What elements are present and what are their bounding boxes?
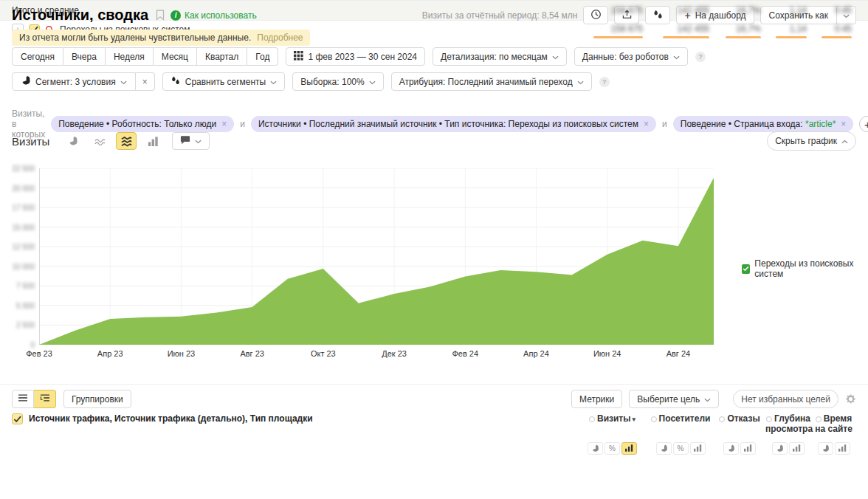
x-tick-label: Июн 24	[593, 349, 621, 358]
period-tab-month[interactable]: Месяц	[154, 47, 197, 66]
sampling-dropdown[interactable]: Выборка: 100%	[292, 72, 383, 91]
row-visits-value: 158 675	[611, 24, 643, 34]
annotations-button[interactable]	[172, 132, 210, 150]
hide-chart-button[interactable]: Скрыть график	[767, 131, 856, 151]
data-mode-hint-icon[interactable]	[695, 52, 706, 62]
y-tick-label: 0	[30, 341, 35, 349]
tree-view-button[interactable]	[34, 390, 56, 408]
period-tab-quarter[interactable]: Квартал	[197, 47, 247, 66]
filter-chip-source-type[interactable]: Источники • Последний значимый источник …	[251, 116, 656, 132]
area-chart-type-button[interactable]	[116, 132, 137, 150]
period-tab-yesterday[interactable]: Вчера	[63, 47, 106, 66]
row-depth-value: 1,14	[790, 24, 807, 34]
metric-radio[interactable]	[651, 416, 657, 422]
period-tab-today[interactable]: Сегодня	[12, 47, 63, 66]
history-button[interactable]	[583, 6, 608, 24]
bounce-pie-view-button[interactable]	[723, 442, 739, 455]
attribution-label: Атрибуция: Последний значимый переход	[399, 77, 573, 87]
legend-checkbox[interactable]	[742, 264, 750, 274]
select-all-checkbox[interactable]	[12, 413, 23, 424]
add-visit-condition-button[interactable]	[859, 116, 868, 132]
depth-bars-view-button[interactable]	[789, 442, 805, 455]
visits-period-summary: Визиты за отчётный период: 8,54 млн	[422, 10, 578, 21]
time-bars-view-button[interactable]	[835, 442, 850, 455]
attribution-dropdown[interactable]: Атрибуция: Последний значимый переход	[391, 72, 592, 91]
visitors-pie-view-button[interactable]	[656, 442, 672, 455]
remove-filter-icon[interactable]	[841, 120, 846, 128]
compare-segments-dropdown[interactable]: Сравнить сегменты	[162, 72, 286, 91]
info-icon	[170, 10, 181, 21]
column-header-time-on-site[interactable]: Время на сайте	[811, 413, 856, 435]
time-pie-view-button[interactable]	[818, 442, 833, 455]
date-range-button[interactable]: 1 фев 2023 — 30 сен 2024	[286, 47, 425, 66]
filter-chip-entry-value: *article*	[805, 119, 836, 129]
filter-chip-entry-page[interactable]: Поведение • Страница входа: *article*	[673, 116, 854, 132]
row-time-value: 0:45	[835, 24, 852, 34]
y-tick-label: 17 500	[12, 204, 35, 212]
chart-metric-label: Визиты	[12, 135, 49, 148]
period-tab-week[interactable]: Неделя	[106, 47, 154, 66]
chevron-down-icon	[552, 52, 559, 62]
visitors-percent-view-button[interactable]	[673, 442, 689, 455]
bounce-bars-view-button[interactable]	[740, 442, 756, 455]
chart-y-axis: 02 5005 0007 50010 00012 50015 00017 500…	[12, 164, 36, 350]
remove-filter-icon[interactable]	[644, 120, 649, 128]
segment-clear-button[interactable]: ×	[136, 72, 155, 91]
flat-list-view-button[interactable]	[12, 390, 34, 408]
metrics-label: Метрики	[579, 394, 614, 405]
column-header-bounce[interactable]: Отказы	[714, 413, 765, 435]
pie-chart-type-button[interactable]	[63, 132, 83, 150]
column-label: Визиты	[597, 413, 636, 424]
chevron-down-icon	[195, 136, 202, 146]
chart-plot-area[interactable]	[39, 168, 714, 345]
banner-more-link[interactable]: Подробнее	[257, 32, 303, 43]
period-toolbar: Сегодня Вчера Неделя Месяц Квартал Год 1…	[12, 47, 856, 66]
how-to-use-label: Как использовать	[185, 10, 257, 21]
grouping-title: Источник трафика, Источник трафика (дета…	[29, 413, 313, 424]
column-label: Посетители	[659, 413, 711, 424]
hide-chart-label: Скрыть график	[775, 136, 837, 146]
metric-radio[interactable]	[719, 416, 725, 422]
x-tick-label: Авг 23	[240, 349, 264, 358]
column-header-visits[interactable]: Визиты	[577, 413, 647, 435]
y-tick-label: 20 000	[12, 185, 35, 193]
visits-area-series[interactable]	[39, 168, 714, 345]
segments-quick-button[interactable]	[645, 6, 670, 24]
depth-pie-view-button[interactable]	[772, 442, 788, 455]
choose-goal-dropdown[interactable]: Выберите цель	[629, 390, 719, 408]
table-header: Источник трафика, Источник трафика (дета…	[12, 413, 856, 455]
filter-conjunction: и	[240, 119, 245, 129]
filter-chip-robots[interactable]: Поведение • Роботность: Только люди	[51, 116, 234, 132]
detalization-dropdown[interactable]: Детализация: по месяцам	[433, 47, 567, 66]
chevron-down-icon	[673, 52, 680, 62]
visits-bars-view-button[interactable]	[621, 442, 637, 455]
line-chart-type-button[interactable]	[89, 132, 110, 150]
visits-pie-view-button[interactable]	[588, 442, 603, 455]
x-tick-label: Апр 24	[523, 349, 549, 358]
data-mode-dropdown[interactable]: Данные: без роботов	[574, 47, 688, 66]
section-divider	[0, 384, 868, 385]
metric-radio[interactable]	[589, 416, 595, 422]
calendar-grid-icon	[294, 51, 303, 63]
remove-filter-icon[interactable]	[221, 120, 227, 128]
metric-radio[interactable]	[816, 416, 822, 422]
legend-item-search-traffic[interactable]: Переходы из поисковых систем	[742, 258, 868, 279]
report-header: Источники, сводка Как использовать Визит…	[12, 6, 856, 24]
metrica-sources-summary-report: Источники, сводка Как использовать Визит…	[0, 0, 868, 499]
attribution-hint-icon[interactable]	[599, 77, 610, 87]
how-to-use-link[interactable]: Как использовать	[170, 10, 257, 21]
column-header-depth[interactable]: Глубина просмотра	[765, 413, 811, 435]
columns-chart-type-button[interactable]	[142, 132, 163, 150]
groupings-button[interactable]: Группировки	[63, 390, 131, 408]
visitors-bars-view-button[interactable]	[690, 442, 706, 455]
settings-gear-icon[interactable]	[845, 393, 856, 405]
column-header-visitors[interactable]: Посетители	[647, 413, 714, 435]
period-tab-year[interactable]: Год	[247, 47, 278, 66]
metrics-button[interactable]: Метрики	[571, 390, 622, 408]
visits-percent-view-button[interactable]	[604, 442, 620, 455]
segment-dropdown[interactable]: Сегмент: 3 условия	[12, 72, 136, 91]
chevron-down-icon	[704, 394, 711, 405]
chart-controls: Визиты Скрыть график	[12, 131, 856, 151]
metric-radio[interactable]	[766, 416, 772, 422]
bookmark-icon[interactable]	[156, 10, 165, 21]
